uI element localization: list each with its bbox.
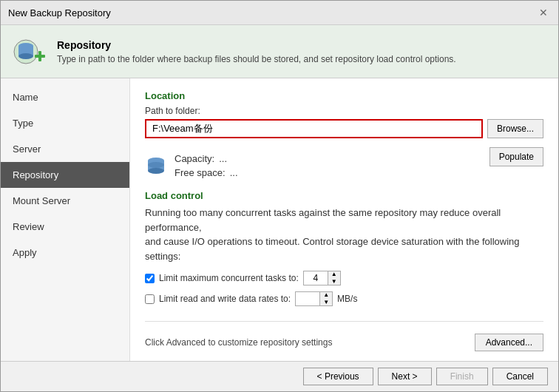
data-rate-label: Limit read and write data rates to: — [159, 294, 291, 304]
header-description: Type in path to the folder where backup … — [57, 54, 456, 64]
concurrent-tasks-label: Limit maximum concurrent tasks to: — [159, 273, 299, 283]
data-rate-spinbox-down-button[interactable]: ▼ — [320, 299, 332, 306]
next-button[interactable]: Next > — [378, 368, 432, 385]
concurrent-tasks-input[interactable] — [304, 272, 328, 284]
freespace-label: Free space: — [175, 167, 226, 178]
mbps-label: MB/s — [337, 294, 357, 304]
sidebar: Name Type Server Repository Mount Server… — [1, 78, 130, 361]
concurrent-tasks-checkbox[interactable] — [145, 274, 155, 283]
sidebar-item-mount-server[interactable]: Mount Server — [1, 188, 129, 214]
sidebar-item-repository[interactable]: Repository — [1, 162, 129, 188]
svg-rect-5 — [38, 51, 41, 61]
data-rate-spinbox: ▲ ▼ — [295, 291, 333, 306]
header-icon — [11, 34, 47, 70]
header-text: Repository Type in path to the folder wh… — [57, 39, 456, 64]
capacity-area: Capacity: ... Free space: ... Populate — [145, 147, 543, 178]
path-input[interactable] — [145, 119, 483, 138]
advanced-button[interactable]: Advanced... — [475, 334, 543, 351]
data-rate-spinbox-up-button[interactable]: ▲ — [320, 291, 332, 299]
path-label: Path to folder: — [145, 106, 543, 116]
header-title: Repository — [57, 39, 456, 51]
capacity-value: ... — [219, 153, 227, 164]
main-content: Location Path to folder: Browse... — [130, 78, 558, 361]
spinbox-up-button[interactable]: ▲ — [328, 271, 340, 278]
load-control-desc: Running too many concurrent tasks agains… — [145, 206, 543, 263]
concurrent-tasks-row: Limit maximum concurrent tasks to: ▲ ▼ — [145, 271, 543, 285]
populate-button[interactable]: Populate — [489, 147, 543, 166]
finish-button[interactable]: Finish — [436, 368, 488, 385]
spinbox-buttons: ▲ ▼ — [328, 271, 340, 285]
concurrent-tasks-spinbox: ▲ ▼ — [303, 271, 341, 285]
data-rate-spinbox-buttons: ▲ ▼ — [319, 291, 332, 306]
nav-buttons: < Previous Next > Finish Cancel — [1, 361, 558, 391]
browse-button[interactable]: Browse... — [487, 119, 543, 138]
title-bar: New Backup Repository ✕ — [1, 1, 558, 25]
svg-point-8 — [148, 168, 164, 174]
data-rate-input[interactable] — [296, 293, 319, 305]
footer-row: Click Advanced to customize repository s… — [145, 321, 543, 351]
dialog-title: New Backup Repository — [8, 7, 111, 18]
db-icon — [145, 155, 167, 177]
sidebar-item-name[interactable]: Name — [1, 84, 129, 110]
spinbox-down-button[interactable]: ▼ — [328, 278, 340, 285]
sidebar-item-type[interactable]: Type — [1, 110, 129, 136]
new-backup-repository-dialog: New Backup Repository ✕ Repository Type … — [0, 0, 559, 392]
load-control-section: Load control Running too many concurrent… — [145, 190, 543, 312]
repository-icon — [11, 34, 47, 70]
capacity-info: Capacity: ... Free space: ... — [175, 153, 238, 178]
location-title: Location — [145, 90, 543, 101]
previous-button[interactable]: < Previous — [303, 368, 373, 385]
sidebar-item-apply[interactable]: Apply — [1, 240, 129, 266]
sidebar-item-server[interactable]: Server — [1, 136, 129, 162]
footer-hint: Click Advanced to customize repository s… — [145, 337, 332, 348]
freespace-value: ... — [230, 167, 238, 178]
db-svg-icon — [145, 155, 167, 177]
freespace-row: Free space: ... — [175, 167, 238, 178]
sidebar-item-review[interactable]: Review — [1, 214, 129, 240]
cancel-button[interactable]: Cancel — [492, 368, 548, 385]
path-row: Browse... — [145, 119, 543, 138]
data-rate-row: Limit read and write data rates to: ▲ ▼ … — [145, 291, 543, 306]
svg-point-9 — [148, 162, 164, 168]
svg-point-3 — [18, 53, 33, 59]
capacity-row: Capacity: ... — [175, 153, 238, 164]
header-area: Repository Type in path to the folder wh… — [1, 25, 558, 78]
data-rate-checkbox[interactable] — [145, 294, 155, 304]
close-button[interactable]: ✕ — [536, 5, 551, 20]
capacity-label: Capacity: — [175, 153, 214, 164]
content-area: Name Type Server Repository Mount Server… — [1, 78, 558, 361]
capacity-info-area: Capacity: ... Free space: ... — [145, 153, 238, 178]
location-section: Location Path to folder: Browse... — [145, 90, 543, 138]
load-control-title: Load control — [145, 190, 543, 201]
